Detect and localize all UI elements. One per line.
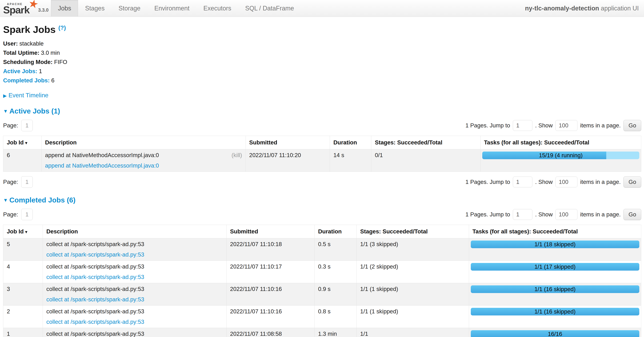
items-text: items in a page. bbox=[580, 179, 621, 185]
job-description-text: append at NativeMethodAccessorImpl.java:… bbox=[45, 152, 159, 158]
show-text: . Show bbox=[535, 179, 553, 185]
completed-jobs-table: Job Id▾ Description Submitted Duration S… bbox=[3, 225, 641, 337]
summary-item: Scheduling Mode: FIFO bbox=[3, 59, 641, 65]
column-header[interactable]: Submitted bbox=[246, 136, 330, 149]
duration-cell: 0.5 s bbox=[314, 238, 356, 261]
items-per-page-input[interactable] bbox=[556, 209, 578, 220]
go-button[interactable]: Go bbox=[624, 120, 641, 131]
column-header[interactable]: Job Id▾ bbox=[3, 136, 42, 149]
active-jobs-heading[interactable]: ▼Active Jobs (1) bbox=[3, 107, 641, 115]
completed-jobs-heading[interactable]: ▼Completed Jobs (6) bbox=[3, 196, 641, 204]
spark-logo: APACHESpark★ bbox=[3, 3, 38, 15]
tab-environment[interactable]: Environment bbox=[147, 0, 196, 16]
duration-cell: 0.9 s bbox=[314, 283, 356, 306]
tab-stages[interactable]: Stages bbox=[78, 0, 112, 16]
go-button[interactable]: Go bbox=[624, 176, 641, 188]
job-description-text: collect at /spark-scripts/spark-ad.py:53 bbox=[46, 308, 144, 315]
column-header[interactable]: Tasks (for all stages): Succeeded/Total bbox=[469, 225, 641, 238]
tab-jobs[interactable]: Jobs bbox=[51, 0, 78, 16]
help-link[interactable]: (?) bbox=[58, 24, 66, 31]
job-row: 4 collect at /spark-scripts/spark-ad.py:… bbox=[3, 261, 641, 283]
page-number-input[interactable] bbox=[21, 120, 33, 131]
summary-value: FIFO bbox=[52, 59, 67, 65]
job-id-cell: 6 bbox=[3, 149, 42, 172]
event-timeline-label: Event Timeline bbox=[8, 92, 48, 98]
summary-label: Total Uptime: bbox=[3, 49, 39, 56]
job-detail-link[interactable]: collect at /spark-scripts/spark-ad.py:53 bbox=[46, 274, 144, 280]
job-detail-link[interactable]: collect at /spark-scripts/spark-ad.py:53 bbox=[46, 319, 144, 325]
jump-to-page-input[interactable] bbox=[513, 209, 532, 220]
tasks-cell: 15/19 (4 running) bbox=[480, 149, 641, 172]
column-header[interactable]: Stages: Succeeded/Total bbox=[371, 136, 480, 149]
summary-label[interactable]: Completed Jobs: bbox=[3, 77, 50, 84]
submitted-cell: 2022/11/07 11:10:20 bbox=[246, 149, 330, 172]
jump-to-page-input[interactable] bbox=[513, 120, 532, 131]
submitted-cell: 2022/11/07 11:10:16 bbox=[226, 306, 314, 328]
summary-value: 3.0 min bbox=[39, 49, 60, 56]
pagination-row: Page: 1 Pages. Jump to . Show items in a… bbox=[3, 120, 641, 131]
active-jobs-pagination-bottom: Page: 1 Pages. Jump to . Show items in a… bbox=[3, 176, 641, 188]
progress-label: 1/1 (16 skipped) bbox=[471, 308, 639, 316]
page-number-input[interactable] bbox=[21, 176, 33, 188]
tab-sql-dataframe[interactable]: SQL / DataFrame bbox=[238, 0, 301, 16]
tasks-cell: 1/1 (18 skipped) bbox=[469, 238, 641, 261]
job-detail-link[interactable]: collect at /spark-scripts/spark-ad.py:53 bbox=[46, 251, 144, 258]
job-id-cell: 2 bbox=[3, 306, 43, 328]
summary-item: Completed Jobs: 6 bbox=[3, 77, 641, 84]
tasks-progress-bar: 1/1 (16 skipped) bbox=[471, 308, 639, 316]
progress-label: 1/1 (17 skipped) bbox=[471, 263, 639, 271]
kill-link[interactable]: (kill) bbox=[232, 152, 242, 158]
column-header[interactable]: Description bbox=[43, 225, 226, 238]
column-header[interactable]: Description bbox=[42, 136, 246, 149]
duration-cell: 0.3 s bbox=[314, 261, 356, 283]
submitted-cell: 2022/11/07 11:08:58 bbox=[226, 328, 314, 337]
page-number-input[interactable] bbox=[21, 209, 33, 220]
stages-cell: 1/1 (1 skipped) bbox=[357, 306, 469, 328]
duration-cell: 0.8 s bbox=[314, 306, 356, 328]
column-header[interactable]: Submitted bbox=[226, 225, 314, 238]
completed-jobs-header-row: Job Id▾ Description Submitted Duration S… bbox=[3, 225, 641, 238]
show-text: . Show bbox=[535, 122, 553, 129]
active-jobs-heading-label: Active Jobs (1) bbox=[10, 107, 60, 115]
go-button[interactable]: Go bbox=[624, 209, 641, 220]
event-timeline-toggle[interactable]: ▶Event Timeline bbox=[3, 92, 641, 99]
progress-label: 16/16 bbox=[471, 330, 639, 337]
collapse-down-arrow-icon: ▼ bbox=[3, 108, 8, 114]
application-ui-suffix: application UI bbox=[599, 5, 639, 12]
tab-storage[interactable]: Storage bbox=[112, 0, 147, 16]
job-detail-link[interactable]: collect at /spark-scripts/spark-ad.py:53 bbox=[46, 296, 144, 303]
spark-version: 3.3.0 bbox=[38, 7, 48, 13]
spark-star-icon: ★ bbox=[28, 0, 40, 10]
application-title: ny-tlc-anomaly-detection application UI bbox=[525, 0, 644, 16]
top-navbar: APACHESpark★ 3.3.0 JobsStagesStorageEnvi… bbox=[0, 0, 644, 16]
pages-jump-text: 1 Pages. Jump to bbox=[466, 211, 510, 218]
column-header[interactable]: Duration bbox=[330, 136, 371, 149]
tasks-cell: 16/16 bbox=[469, 328, 641, 337]
active-jobs-table: Job Id▾ Description Submitted Duration S… bbox=[3, 136, 641, 172]
duration-cell: 1.3 min bbox=[314, 328, 356, 337]
pagination-row: Page: 1 Pages. Jump to . Show items in a… bbox=[3, 209, 641, 220]
items-per-page-input[interactable] bbox=[556, 120, 578, 131]
job-row: 1 collect at /spark-scripts/spark-ad.py:… bbox=[3, 328, 641, 337]
jump-to-page-input[interactable] bbox=[513, 177, 532, 187]
stages-cell: 1/1 bbox=[357, 328, 469, 337]
description-cell: collect at /spark-scripts/spark-ad.py:53… bbox=[43, 283, 226, 306]
job-detail-link[interactable]: append at NativeMethodAccessorImpl.java:… bbox=[45, 162, 159, 169]
column-header[interactable]: Duration bbox=[314, 225, 356, 238]
items-text: items in a page. bbox=[580, 122, 621, 129]
column-header[interactable]: Job Id▾ bbox=[3, 225, 43, 238]
job-id-cell: 3 bbox=[3, 283, 43, 306]
items-per-page-input[interactable] bbox=[556, 177, 578, 187]
stages-cell: 1/1 (3 skipped) bbox=[357, 238, 469, 261]
tab-executors[interactable]: Executors bbox=[196, 0, 238, 16]
page-title: Spark Jobs (?) bbox=[3, 24, 641, 35]
collapse-right-arrow-icon: ▶ bbox=[3, 93, 7, 98]
column-header[interactable]: Tasks (for all stages): Succeeded/Total bbox=[480, 136, 641, 149]
summary-value: 6 bbox=[50, 77, 54, 84]
tasks-progress-bar: 16/16 bbox=[471, 330, 639, 337]
column-header[interactable]: Stages: Succeeded/Total bbox=[357, 225, 469, 238]
summary-label[interactable]: Active Jobs: bbox=[3, 68, 37, 74]
nav-tabs: JobsStagesStorageEnvironmentExecutorsSQL… bbox=[51, 0, 301, 16]
submitted-cell: 2022/11/07 11:10:18 bbox=[226, 238, 314, 261]
tasks-cell: 1/1 (17 skipped) bbox=[469, 261, 641, 283]
